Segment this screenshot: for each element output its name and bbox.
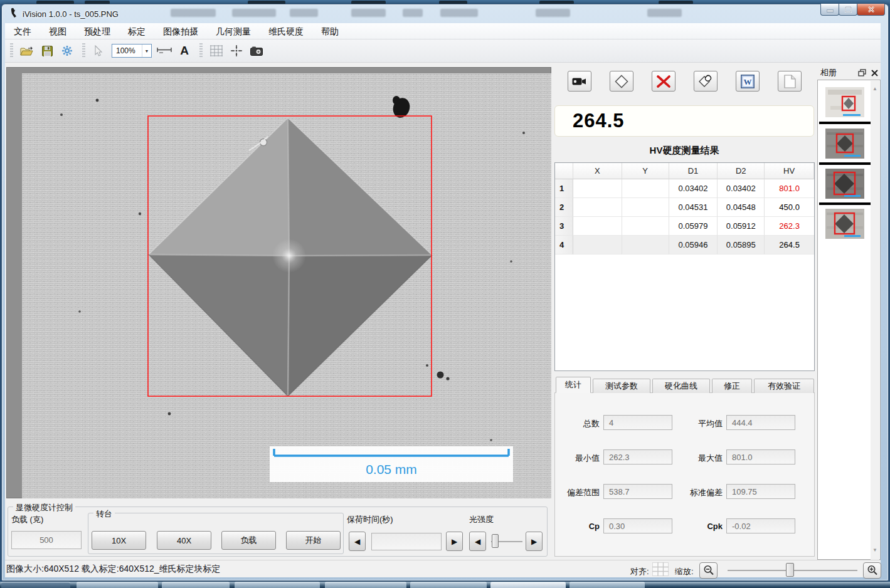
load-position-button[interactable]: 负载 bbox=[221, 531, 276, 550]
right-arrow-icon: ▶ bbox=[531, 537, 537, 546]
scroll-down-icon[interactable]: ▼ bbox=[871, 547, 879, 553]
row-number: 3 bbox=[555, 217, 573, 236]
align-grid-icon[interactable] bbox=[652, 562, 669, 576]
load-grams-field[interactable]: 500 bbox=[11, 531, 82, 549]
objective-10x-button[interactable]: 10X bbox=[92, 531, 146, 550]
table-row[interactable]: 4 0.05946 0.05895 264.5 bbox=[555, 236, 814, 255]
glass-artifact bbox=[536, 9, 570, 17]
light-slider-thumb[interactable] bbox=[492, 534, 499, 548]
minimize-button[interactable] bbox=[820, 4, 839, 16]
crosshair-align-button[interactable] bbox=[228, 43, 245, 59]
manual-measure-button[interactable] bbox=[694, 71, 718, 92]
column-header-y[interactable]: Y bbox=[622, 163, 669, 179]
column-header-d2[interactable]: D2 bbox=[718, 163, 765, 179]
taskbar-button[interactable] bbox=[235, 582, 320, 588]
thumbnail-2[interactable] bbox=[825, 129, 864, 159]
specimen-image[interactable]: 0.05 mm bbox=[22, 73, 551, 498]
zoom-level-combobox[interactable]: 100% ▼ bbox=[112, 44, 152, 58]
thumbnail-4[interactable] bbox=[825, 209, 864, 239]
table-header-row: X Y D1 D2 HV bbox=[555, 163, 814, 179]
text-annotation-button[interactable]: A bbox=[176, 43, 193, 59]
tab-validation[interactable]: 有效验证 bbox=[754, 379, 814, 393]
menu-geometric-measure[interactable]: 几何测量 bbox=[207, 23, 260, 39]
zoom-slider-thumb[interactable] bbox=[786, 563, 794, 577]
menu-help[interactable]: 帮助 bbox=[312, 23, 347, 39]
status-info-text: 图像大小:640X512 载入标定:640X512_维氏标定块标定 bbox=[6, 564, 221, 575]
taskbar-button[interactable] bbox=[569, 582, 645, 588]
light-increase-button[interactable]: ▶ bbox=[526, 532, 543, 551]
light-decrease-button[interactable]: ◀ bbox=[469, 532, 486, 551]
tab-test-parameters[interactable]: 测试参数 bbox=[593, 379, 650, 393]
tab-hardening-curve[interactable]: 硬化曲线 bbox=[652, 379, 710, 393]
taskbar-button[interactable] bbox=[162, 582, 230, 588]
svg-text:W: W bbox=[744, 77, 752, 87]
taskbar-button[interactable] bbox=[77, 582, 158, 588]
menu-vickers-hardness[interactable]: 维氏硬度 bbox=[260, 23, 312, 39]
taskbar-button[interactable] bbox=[325, 582, 406, 588]
stat-mean-value: 444.4 bbox=[732, 418, 753, 428]
table-row[interactable]: 2 0.04531 0.04548 450.0 bbox=[555, 198, 814, 217]
magnifier-minus-icon bbox=[703, 565, 714, 576]
settings-button[interactable] bbox=[58, 43, 76, 59]
menu-view[interactable]: 视图 bbox=[40, 23, 75, 39]
menu-calibration[interactable]: 标定 bbox=[119, 23, 154, 39]
cell-d2: 0.03402 bbox=[718, 179, 765, 198]
glass-artifact bbox=[647, 9, 682, 17]
stat-stddev-label: 标准偏差 bbox=[672, 487, 723, 498]
stat-max-label: 最大值 bbox=[672, 453, 723, 464]
close-button[interactable] bbox=[857, 4, 885, 16]
scroll-up-icon[interactable]: ▲ bbox=[871, 86, 879, 92]
video-capture-button[interactable] bbox=[568, 71, 591, 92]
objective-40x-button[interactable]: 40X bbox=[157, 531, 211, 550]
dropdown-arrow-icon[interactable]: ▼ bbox=[142, 45, 151, 57]
hold-time-decrease-button[interactable]: ◀ bbox=[349, 532, 366, 551]
maximize-button[interactable] bbox=[839, 4, 857, 16]
select-cursor-button[interactable] bbox=[90, 43, 108, 59]
album-scrollbar[interactable]: ▲ ▼ bbox=[871, 81, 879, 560]
open-file-button[interactable] bbox=[18, 43, 36, 59]
cell-hv: 801.0 bbox=[765, 179, 814, 198]
export-word-button[interactable]: W bbox=[736, 71, 760, 92]
column-header-hv[interactable]: HV bbox=[765, 163, 814, 179]
left-arrow-icon: ◀ bbox=[475, 537, 480, 546]
float-panel-icon[interactable] bbox=[858, 69, 867, 76]
hold-time-increase-button[interactable]: ▶ bbox=[446, 532, 463, 551]
menu-file[interactable]: 文件 bbox=[5, 23, 40, 39]
menu-image-capture[interactable]: 图像拍摄 bbox=[154, 23, 207, 39]
grid-overlay-button[interactable] bbox=[208, 43, 225, 59]
capture-camera-button[interactable] bbox=[248, 43, 265, 59]
stat-range-field: 538.7 bbox=[603, 484, 672, 499]
delete-measurement-button[interactable] bbox=[652, 71, 675, 92]
stat-cpk-label: Cpk bbox=[672, 522, 723, 531]
new-report-button[interactable] bbox=[778, 71, 802, 92]
table-row[interactable]: 1 0.03402 0.03402 801.0 bbox=[555, 179, 814, 198]
glass-artifact bbox=[232, 9, 276, 17]
measure-ruler-button[interactable] bbox=[156, 43, 173, 59]
tab-statistics[interactable]: 统计 bbox=[556, 377, 591, 393]
maximize-icon bbox=[845, 6, 852, 13]
cell-hv: 450.0 bbox=[765, 198, 814, 217]
zoom-out-button[interactable] bbox=[699, 562, 718, 579]
tab-correction[interactable]: 修正 bbox=[712, 379, 752, 393]
control-group-label: 显微硬度计控制 bbox=[13, 502, 75, 513]
start-button[interactable]: 开始 bbox=[286, 531, 341, 550]
close-panel-icon[interactable] bbox=[871, 70, 878, 76]
zoom-in-button[interactable] bbox=[863, 562, 881, 579]
hold-time-field[interactable] bbox=[371, 533, 442, 550]
title-bar[interactable]: iVision 1.0.0 - ts_005.PNG bbox=[1, 4, 889, 23]
menu-preprocess[interactable]: 预处理 bbox=[75, 23, 119, 39]
close-icon bbox=[867, 6, 875, 13]
save-button[interactable] bbox=[38, 43, 56, 59]
thumbnail-3[interactable] bbox=[825, 169, 864, 199]
taskbar-button[interactable] bbox=[490, 582, 566, 588]
zoom-level-value: 100% bbox=[112, 46, 142, 55]
table-row[interactable]: 3 0.05979 0.05912 262.3 bbox=[555, 217, 814, 236]
thumbnail-1[interactable] bbox=[825, 87, 864, 117]
cell-d2: 0.05912 bbox=[718, 217, 765, 236]
column-header-d1[interactable]: D1 bbox=[669, 163, 718, 179]
measure-indentation-button[interactable] bbox=[610, 71, 633, 92]
column-header-x[interactable]: X bbox=[573, 163, 622, 179]
taskbar-button[interactable] bbox=[410, 582, 487, 588]
tab-strip: 统计 测试参数 硬化曲线 修正 有效验证 bbox=[556, 378, 816, 393]
taskbar-button[interactable] bbox=[1, 582, 70, 588]
